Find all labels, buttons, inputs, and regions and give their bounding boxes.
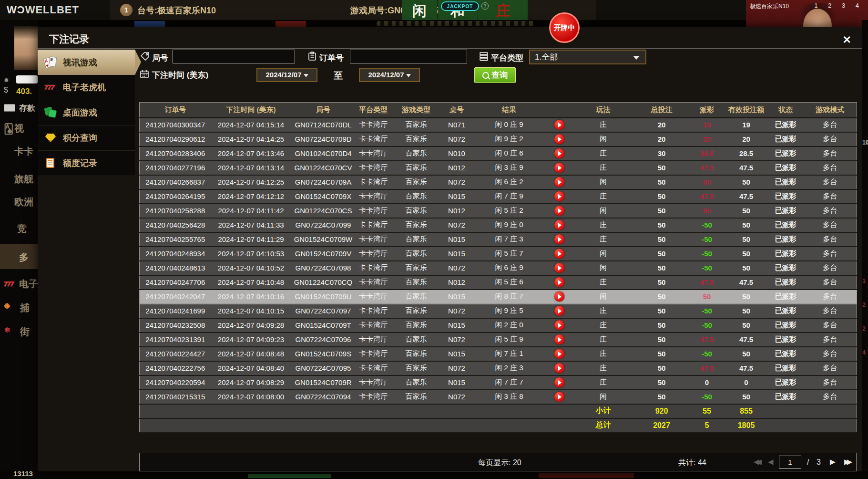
fish-icon: ❉ [4, 302, 10, 311]
video-replay-button[interactable] [554, 392, 564, 402]
table-row[interactable]: 2412070402668372024-12-07 04:12:25GN0722… [140, 175, 857, 189]
play-icon [558, 294, 562, 299]
menu-item-quota-records[interactable]: 额度记录 [38, 151, 135, 176]
video-replay-button[interactable] [554, 163, 564, 173]
total-bet: 2027 [634, 418, 689, 433]
table-row[interactable]: 2412070402420472024-12-07 04:10:16GN0152… [140, 290, 857, 304]
video-replay-button[interactable] [554, 349, 564, 359]
cell-payout: 47.5 [689, 333, 725, 347]
jackpot-help-icon[interactable]: ? [481, 2, 489, 10]
sidebar-item-kaka[interactable]: 卡卡 [14, 145, 33, 158]
table-row[interactable]: 2412070402834062024-12-07 04:13:46GN0102… [140, 146, 857, 161]
sidebar-item-europe[interactable]: 欧洲 [14, 196, 33, 208]
table-row[interactable]: 2412070402313912024-12-07 04:09:23GN0722… [140, 333, 857, 347]
deposit-label[interactable]: 存款 [19, 103, 35, 114]
cell-order: 241207040224427 [140, 347, 211, 361]
table-row[interactable]: 2412070402244272024-12-07 04:08:48GN0152… [140, 347, 857, 361]
video-replay-button[interactable] [554, 292, 564, 302]
cell-round: GN01224C070CV [291, 161, 356, 175]
sidebar-item-flagship[interactable]: 旗舰 [14, 173, 33, 186]
sidebar-item-multi[interactable]: 多 [19, 251, 29, 264]
video-replay-button[interactable] [554, 206, 564, 216]
video-replay-button[interactable] [554, 334, 564, 344]
cell-valid-bet: 50 [725, 247, 768, 261]
sidebar-item-compete[interactable]: 竞 [17, 222, 27, 235]
search-button[interactable]: 查询 [474, 67, 516, 83]
video-replay-button[interactable] [554, 234, 564, 244]
menu-item-live-games[interactable]: K♥9 视讯游戏 [38, 50, 135, 75]
cell-result: 闲 0 庄 9 [472, 118, 546, 132]
cell-result: 闲 2 庄 3 [472, 361, 546, 375]
video-replay-button[interactable] [554, 263, 564, 273]
cell-table: N072 [441, 132, 472, 146]
cell-video [546, 375, 572, 390]
table-row[interactable]: 2412070402325082024-12-07 04:09:28GN0152… [140, 318, 857, 333]
order-input[interactable] [350, 50, 467, 63]
table-row[interactable]: 2412070402486132024-12-07 04:10:52GN0722… [140, 261, 857, 275]
video-replay-button[interactable] [554, 306, 564, 316]
next-page-button[interactable]: ▶ [830, 458, 836, 466]
video-replay-button[interactable] [554, 120, 564, 130]
video-replay-button[interactable] [554, 249, 564, 259]
play-icon [558, 380, 562, 385]
video-replay-button[interactable] [554, 363, 564, 373]
player-glyph-fragment [134, 21, 165, 27]
bet-zone-player[interactable]: 闲 [402, 0, 437, 20]
screen: WƆWELLBET 1 台号:极速百家乐N10 游戏局号:GN01024C070… [0, 0, 868, 479]
video-replay-button[interactable] [554, 277, 564, 287]
table-row[interactable]: 2412070402564282024-12-07 04:11:33GN0722… [140, 218, 857, 232]
sidebar-item-fishing[interactable]: 捕 [20, 302, 30, 314]
table-row[interactable]: 2412070402489342024-12-07 04:10:53GN0152… [140, 247, 857, 261]
table-row[interactable]: 2412070402477062024-12-07 04:10:48GN0122… [140, 275, 857, 290]
table-row[interactable]: 2412070402205942024-12-07 04:08:29GN0152… [140, 375, 857, 390]
sidebar-item-video[interactable]: 视 [14, 122, 24, 135]
table-row[interactable]: 2412070402641952024-12-07 04:12:12GN0152… [140, 189, 857, 204]
table-row[interactable]: 2412070403003472024-12-07 04:15:14GN0712… [140, 118, 857, 132]
video-replay-button[interactable] [554, 134, 564, 144]
cell-result: 闲 9 庄 5 [472, 304, 546, 318]
page-number-input[interactable]: 1 [779, 456, 801, 469]
video-replay-button[interactable] [554, 220, 564, 230]
last-page-button[interactable]: ▶▶ [844, 458, 852, 466]
close-button[interactable]: ✕ [843, 34, 851, 46]
date-to-picker[interactable]: 2024/12/07 [359, 68, 420, 82]
cell-game-mode: 多台 [804, 247, 857, 261]
table-row[interactable]: 2412070402771962024-12-07 04:13:14GN0122… [140, 161, 857, 175]
play-icon [558, 123, 562, 127]
menu-item-table-games[interactable]: 桌面游戏 [38, 100, 135, 125]
date-from-picker[interactable]: 2024/12/07 [256, 68, 317, 82]
subtotal-valid: 855 [725, 404, 768, 418]
sidebar-item-slots[interactable]: 电子 [19, 278, 38, 291]
table-row[interactable]: 2412070402557652024-12-07 04:11:29GN0152… [140, 232, 857, 247]
cell-round: GN07224C07097 [291, 304, 356, 318]
platform-select[interactable]: 1.全部 [529, 50, 646, 64]
video-replay-button[interactable] [554, 377, 564, 387]
video-replay-button[interactable] [554, 177, 564, 187]
table-row[interactable]: 2412070402416992024-12-07 04:10:15GN0722… [140, 304, 857, 318]
play-icon [558, 366, 562, 371]
menu-item-points-query[interactable]: 积分查询 [38, 125, 135, 151]
video-replay-button[interactable] [554, 191, 564, 201]
table-row[interactable]: 2412070402582882024-12-07 04:11:42GN0122… [140, 204, 857, 218]
cell-order: 241207040231391 [140, 333, 211, 347]
prev-page-button[interactable]: ◀ [768, 458, 774, 466]
cell-status: 已派彩 [768, 304, 804, 318]
cell-table: N015 [441, 232, 472, 247]
round-input[interactable] [173, 50, 295, 63]
table-row[interactable]: 2412070402906122024-12-07 04:14:25GN0722… [140, 132, 857, 146]
table-row[interactable]: 2412070402227562024-12-07 04:08:40GN0722… [140, 361, 857, 375]
table-header-row: 订单号 下注时间 (美东) 局号 平台类型 游戏类型 桌号 结果 玩法 总投注 … [140, 103, 857, 118]
cell-video [546, 189, 572, 204]
first-page-button[interactable]: ◀◀ [754, 458, 762, 466]
video-replay-button[interactable] [554, 320, 564, 330]
cell-status: 已派彩 [768, 261, 804, 275]
sidebar-item-arcade[interactable]: 街 [20, 325, 30, 338]
video-replay-button[interactable] [554, 148, 564, 158]
table-row[interactable]: 2412070402153152024-12-07 04:08:00GN0722… [140, 390, 857, 404]
cell-time: 2024-12-07 04:08:48 [211, 347, 291, 361]
menu-item-slots[interactable]: 777 电子老虎机 [38, 75, 135, 100]
cell-bet-on: 庄 [572, 347, 634, 361]
cell-total-bet: 50 [634, 390, 689, 404]
table-games-icon [44, 106, 58, 119]
cell-status: 已派彩 [768, 347, 804, 361]
